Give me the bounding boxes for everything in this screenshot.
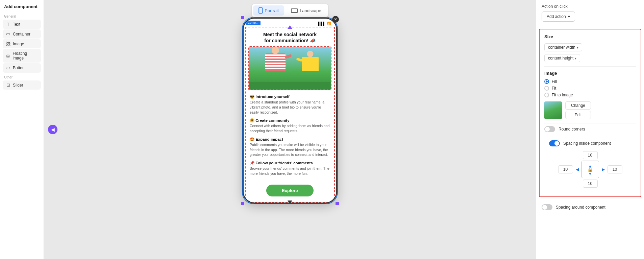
feature-item-1: 🤗 Create community Connect with others b… xyxy=(250,118,330,133)
spacing-widget: ◀ ▲ ▼ 🔒 ▶ xyxy=(549,151,631,188)
spacing-down-arrow[interactable]: ▼ xyxy=(588,170,593,176)
edit-image-button[interactable]: Edit xyxy=(565,111,591,119)
wifi-icon: 📶 xyxy=(327,22,331,25)
container-width-label: container width xyxy=(548,45,575,50)
component-top-handle[interactable] xyxy=(288,25,292,29)
sidebar-item-container[interactable]: ▭ Container xyxy=(3,29,41,39)
add-action-button[interactable]: Add action ▾ xyxy=(542,11,575,22)
view-toggle: Portrait Landscape xyxy=(252,4,328,17)
signal-icon: ▌▌▌ xyxy=(318,22,325,25)
canvas-left-arrow[interactable]: ◀ xyxy=(48,125,57,134)
feature-item-3: 📌 Follow your friends' comments Browse y… xyxy=(250,161,330,176)
add-action-label: Add action xyxy=(547,14,566,19)
content-height-label: content height xyxy=(548,56,573,61)
radio-fit[interactable]: Fit xyxy=(544,86,636,91)
button-icon: ⬭ xyxy=(5,65,11,71)
radio-fill-dot xyxy=(544,79,549,84)
sidebar-item-image-label: Image xyxy=(13,42,24,46)
sidebar-item-text[interactable]: T Text xyxy=(3,20,41,29)
feature-desc-0: Create a standout profile with your real… xyxy=(250,100,330,115)
spacing-around-label: Spacing around component xyxy=(556,205,605,210)
feature-title-2: 🤩 Expand impact xyxy=(250,137,330,142)
image-action-buttons: Change Edit xyxy=(565,101,591,119)
sidebar-title: Add component xyxy=(3,4,41,9)
selected-component: Comp... Meet the social network for comm… xyxy=(245,27,335,203)
spacing-around-row: Spacing around component xyxy=(536,200,644,214)
image-thumbnail xyxy=(544,101,562,119)
handle-top-left[interactable] xyxy=(241,16,244,19)
right-panel: Action on click Add action ▾ Size contai… xyxy=(536,0,644,259)
spacing-right-arrow-btn[interactable]: ▶ xyxy=(601,166,605,172)
spacing-right-input[interactable] xyxy=(608,165,622,173)
sidebar-item-text-label: Text xyxy=(13,22,20,27)
phone-image-section xyxy=(248,46,331,90)
content-height-chevron-icon: ▾ xyxy=(575,56,576,60)
feature-desc-1: Connect with others by adding them as fr… xyxy=(250,123,330,133)
phone-frame: 9:41 ▌▌▌ 📶 Comp... xyxy=(243,18,337,204)
phone-selection-wrapper: ✕ 9:41 ▌▌▌ 📶 Comp... xyxy=(242,17,338,204)
feature-item-2: 🤩 Expand impact Public comments you make… xyxy=(250,137,330,157)
text-icon: T xyxy=(5,22,11,27)
radio-fit-to-image[interactable]: Fit to image xyxy=(544,93,636,97)
radio-fit-label: Fit xyxy=(552,86,556,91)
image-thumb-inner xyxy=(544,101,562,119)
sidebar-item-floating-image[interactable]: ◎ Floating image xyxy=(3,49,41,63)
radio-fit-dot xyxy=(544,86,549,91)
sidebar-item-container-label: Container xyxy=(13,32,30,37)
spacing-inside-title-row: Spacing inside component xyxy=(549,140,631,146)
sidebar-item-floating-image-label: Floating image xyxy=(13,51,38,61)
feature-item-0: 😎 Introduce yourself Create a standout p… xyxy=(250,94,330,115)
spacing-left-input[interactable] xyxy=(558,165,573,173)
round-corners-toggle[interactable] xyxy=(544,126,555,132)
radio-fill-label: Fill xyxy=(552,79,557,84)
spacing-inside-toggle[interactable] xyxy=(549,140,560,146)
handle-bottom-left[interactable] xyxy=(241,202,244,205)
handle-bottom-right[interactable] xyxy=(336,202,339,205)
phone-content: Meet the social network for communicatio… xyxy=(246,27,334,202)
image-preview-row: Change Edit xyxy=(544,101,636,119)
sidebar-item-slider-label: Slider xyxy=(13,83,23,88)
sidebar-item-image[interactable]: 🖼 Image xyxy=(3,39,41,48)
explore-button[interactable]: Explore xyxy=(266,185,314,196)
landscape-toggle-btn[interactable]: Landscape xyxy=(286,5,327,16)
container-width-row: container width ▾ xyxy=(544,43,636,51)
feature-desc-2: Public comments you make will be visible… xyxy=(250,142,330,157)
portrait-toggle-btn[interactable]: Portrait xyxy=(253,5,284,16)
portrait-icon xyxy=(258,7,263,14)
sidebar-item-button[interactable]: ⬭ Button xyxy=(3,63,41,73)
change-image-button[interactable]: Change xyxy=(565,101,591,110)
spacing-center-box: ▲ ▼ 🔒 xyxy=(581,161,599,178)
container-width-dropdown[interactable]: container width ▾ xyxy=(544,43,582,51)
image-icon: 🖼 xyxy=(5,41,11,46)
feature-title-3: 📌 Follow your friends' comments xyxy=(250,161,330,165)
people-scene xyxy=(249,47,331,90)
feature-list: 😎 Introduce yourself Create a standout p… xyxy=(246,93,334,182)
main-canvas: Portrait Landscape ◀ ✕ 9:41 ▌▌▌ 📶 xyxy=(44,0,536,259)
spacing-bottom-input[interactable] xyxy=(583,180,598,188)
spacing-down-arrow-btn[interactable]: ▼ xyxy=(588,171,593,176)
component-bottom-handle[interactable] xyxy=(288,201,292,202)
other-section-label: Other xyxy=(3,73,41,80)
phone-header: Meet the social network for communicatio… xyxy=(246,27,334,46)
radio-fill[interactable]: Fill xyxy=(544,79,636,84)
spacing-up-arrow-btn[interactable]: ▲ xyxy=(588,163,593,168)
spacing-center-row: ◀ ▲ ▼ 🔒 ▶ xyxy=(558,161,622,178)
container-width-chevron-icon: ▾ xyxy=(577,46,578,49)
sidebar-item-slider[interactable]: ⊡ Slider xyxy=(3,80,41,90)
feature-desc-3: Browse your friends' comments and join t… xyxy=(250,166,330,176)
spacing-inside-label: Spacing inside component xyxy=(563,141,611,146)
right-panel-highlighted-section: Size container width ▾ content height ▾ … xyxy=(539,29,641,197)
floating-image-icon: ◎ xyxy=(5,53,10,58)
sidebar-item-button-label: Button xyxy=(13,66,25,70)
add-action-chevron-icon: ▾ xyxy=(568,14,570,19)
close-handle[interactable]: ✕ xyxy=(332,16,339,23)
landscape-label: Landscape xyxy=(300,8,321,13)
status-icons: ▌▌▌ 📶 xyxy=(318,22,331,25)
spacing-around-toggle[interactable] xyxy=(542,204,552,210)
spacing-up-arrow[interactable]: ▲ xyxy=(588,162,593,168)
spacing-top-input[interactable] xyxy=(583,151,598,159)
person2 xyxy=(302,57,319,82)
spacing-left-arrow[interactable]: ◀ xyxy=(575,166,579,172)
content-height-dropdown[interactable]: content height ▾ xyxy=(544,54,580,62)
feature-title-1: 🤗 Create community xyxy=(250,118,330,123)
